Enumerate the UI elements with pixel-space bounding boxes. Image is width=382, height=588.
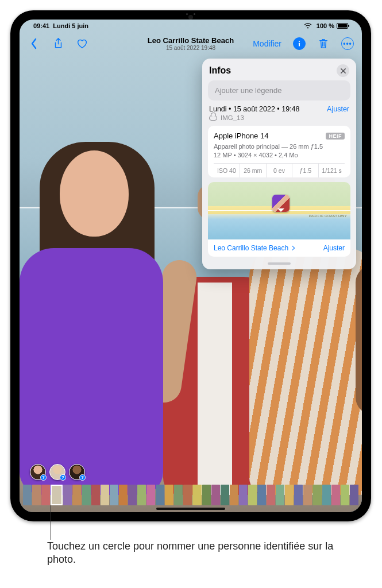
- camera-model: Apple iPhone 14: [214, 131, 268, 140]
- photo-location-title: Leo Carrillo State Beach: [20, 36, 362, 45]
- thumbnail[interactable]: [312, 485, 321, 505]
- svg-point-0: [299, 41, 300, 42]
- more-button[interactable]: •••: [341, 37, 354, 50]
- svg-rect-1: [299, 42, 300, 46]
- thumbnail[interactable]: [285, 485, 294, 505]
- name-badge-icon: ?: [79, 474, 86, 481]
- exif-shutter: 1/121 s: [319, 164, 345, 177]
- adjust-date-button[interactable]: Ajuster: [327, 105, 349, 113]
- thumbnail[interactable]: [137, 485, 146, 505]
- delete-button[interactable]: [317, 37, 330, 50]
- identified-people-row: ? ? ?: [30, 464, 85, 480]
- cloud-icon: [209, 115, 217, 121]
- thumbnail[interactable]: [128, 485, 137, 505]
- chevron-right-icon: [290, 245, 295, 250]
- adjust-location-button[interactable]: Ajuster: [323, 244, 345, 252]
- status-time: 09:41: [33, 22, 49, 29]
- thumbnail[interactable]: [202, 485, 211, 505]
- thumbnail-strip[interactable]: [20, 485, 362, 505]
- thumbnail[interactable]: [322, 485, 331, 505]
- exif-ev: 0 ev: [267, 164, 293, 177]
- thumbnail[interactable]: [192, 485, 201, 505]
- battery-icon: [337, 23, 348, 29]
- thumbnail[interactable]: [63, 485, 72, 505]
- camera-info-card: Apple iPhone 14 HEIF Appareil photo prin…: [208, 126, 350, 177]
- person-circle[interactable]: ?: [30, 464, 46, 480]
- thumbnail[interactable]: [174, 485, 183, 505]
- map-pin[interactable]: [272, 195, 290, 212]
- location-map[interactable]: PACIFIC COAST HWY: [208, 182, 350, 239]
- wifi-icon: [302, 20, 314, 32]
- name-badge-icon: ?: [60, 474, 66, 481]
- thumbnail[interactable]: [146, 485, 155, 505]
- thumbnail[interactable]: [257, 485, 266, 505]
- edit-button[interactable]: Modifier: [253, 39, 281, 48]
- exif-aperture: ƒ1.5: [292, 164, 319, 177]
- info-panel: Infos Ajouter une légende Lundi • 15 aoû…: [202, 59, 356, 269]
- thumbnail[interactable]: [165, 485, 173, 505]
- thumbnail[interactable]: [82, 485, 91, 505]
- thumbnail[interactable]: [23, 485, 32, 505]
- thumbnail[interactable]: [221, 485, 229, 505]
- photo-title-block: Leo Carrillo State Beach 15 août 2022 19…: [20, 36, 362, 51]
- thumbnail[interactable]: [341, 485, 349, 505]
- photo-filename: IMG_13: [221, 114, 244, 121]
- status-bar: 09:41 Lundi 5 juin 100 %: [20, 20, 362, 32]
- exif-iso: ISO 40: [214, 164, 240, 177]
- exif-row: ISO 40 26 mm 0 ev ƒ1.5 1/121 s: [214, 163, 345, 177]
- thumbnail[interactable]: [230, 485, 238, 505]
- caption-field[interactable]: Ajouter une légende: [208, 80, 350, 100]
- thumbnail[interactable]: [267, 485, 275, 505]
- thumbnail[interactable]: [32, 485, 41, 505]
- status-date: Lundi 5 juin: [53, 22, 88, 29]
- thumbnail[interactable]: [91, 485, 100, 505]
- thumbnail[interactable]: [350, 485, 358, 505]
- share-button[interactable]: [52, 37, 64, 50]
- home-indicator[interactable]: [156, 508, 225, 510]
- thumbnail[interactable]: [72, 485, 81, 505]
- thumbnail[interactable]: [276, 485, 284, 505]
- panel-handle[interactable]: [268, 262, 291, 265]
- person-circle[interactable]: ?: [49, 464, 65, 480]
- thumbnail[interactable]: [51, 485, 63, 505]
- lens-line: Appareil photo principal — 26 mm ƒ1.5: [214, 142, 345, 151]
- thumbnail[interactable]: [110, 485, 118, 505]
- thumbnail[interactable]: [183, 485, 192, 505]
- resolution-line: 12 MP • 3024 × 4032 • 2,4 Mo: [214, 151, 345, 160]
- callout-text: Touchez un cercle pour nommer une person…: [47, 540, 365, 567]
- photo-datetime-subtitle: 15 août 2022 19:48: [20, 45, 362, 51]
- person-circle[interactable]: ?: [69, 464, 85, 480]
- exif-focal: 26 mm: [240, 164, 267, 177]
- thumbnail[interactable]: [41, 485, 50, 505]
- photo-toolbar: Leo Carrillo State Beach 15 août 2022 19…: [20, 32, 362, 55]
- info-panel-title: Infos: [209, 65, 231, 76]
- thumbnail[interactable]: [101, 485, 109, 505]
- map-road-label: PACIFIC COAST HWY: [309, 214, 347, 218]
- favorite-button[interactable]: [76, 37, 88, 50]
- back-button[interactable]: [28, 37, 40, 50]
- thumbnail[interactable]: [119, 485, 128, 505]
- thumbnail[interactable]: [156, 485, 164, 505]
- photo-date-line: Lundi • 15 août 2022 • 19:48: [209, 105, 300, 113]
- name-badge-icon: ?: [40, 474, 47, 481]
- thumbnail[interactable]: [211, 485, 220, 505]
- info-panel-close-button[interactable]: [337, 64, 349, 77]
- thumbnail[interactable]: [331, 485, 340, 505]
- location-name-button[interactable]: Leo Carrillo State Beach: [214, 244, 294, 252]
- thumbnail[interactable]: [239, 485, 248, 505]
- format-badge: HEIF: [326, 133, 345, 140]
- thumbnail[interactable]: [303, 485, 312, 505]
- battery-percent: 100 %: [317, 22, 334, 29]
- thumbnail[interactable]: [248, 485, 257, 505]
- info-button[interactable]: [293, 37, 306, 50]
- thumbnail[interactable]: [294, 485, 303, 505]
